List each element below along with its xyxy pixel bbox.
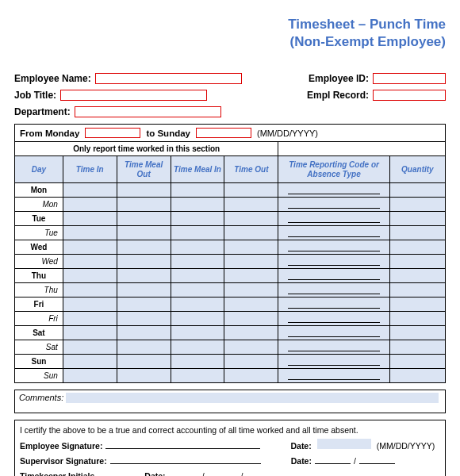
meal-out-cell[interactable] — [117, 198, 171, 212]
time-out-cell[interactable] — [224, 255, 278, 269]
emp-signature-line[interactable] — [105, 440, 260, 449]
qty-cell[interactable] — [389, 283, 445, 298]
time-in-cell[interactable] — [63, 269, 117, 283]
meal-in-cell[interactable] — [171, 326, 224, 340]
meal-in-cell[interactable] — [171, 369, 224, 383]
qty-cell[interactable] — [389, 240, 445, 255]
emp-date-field[interactable] — [317, 439, 371, 449]
meal-in-cell[interactable] — [171, 312, 224, 326]
meal-in-cell[interactable] — [171, 198, 224, 212]
sup-date-line[interactable] — [315, 455, 351, 464]
comments-field[interactable] — [66, 393, 439, 403]
qty-cell[interactable] — [389, 298, 445, 312]
meal-in-cell[interactable] — [171, 283, 224, 298]
meal-in-cell[interactable] — [171, 298, 224, 312]
meal-in-cell[interactable] — [171, 269, 224, 283]
code-cell[interactable] — [278, 326, 389, 340]
qty-cell[interactable] — [389, 255, 445, 269]
meal-in-cell[interactable] — [171, 340, 224, 355]
meal-out-cell[interactable] — [117, 269, 171, 283]
page-title: Timesheet – Punch Time (Non-Exempt Emplo… — [14, 16, 446, 51]
time-out-cell[interactable] — [224, 312, 278, 326]
code-cell[interactable] — [278, 198, 389, 212]
meal-out-cell[interactable] — [117, 340, 171, 355]
qty-cell[interactable] — [389, 326, 445, 340]
time-out-cell[interactable] — [224, 369, 278, 383]
time-in-cell[interactable] — [63, 312, 117, 326]
time-out-cell[interactable] — [224, 240, 278, 255]
time-in-cell[interactable] — [63, 183, 117, 198]
time-in-cell[interactable] — [63, 326, 117, 340]
code-cell[interactable] — [278, 226, 389, 240]
time-in-cell[interactable] — [63, 355, 117, 369]
time-in-cell[interactable] — [63, 255, 117, 269]
label-job-title: Job Title: — [14, 90, 56, 101]
qty-cell[interactable] — [389, 226, 445, 240]
time-out-cell[interactable] — [224, 340, 278, 355]
code-cell[interactable] — [278, 369, 389, 383]
time-out-cell[interactable] — [224, 269, 278, 283]
qty-cell[interactable] — [389, 340, 445, 355]
meal-out-cell[interactable] — [117, 183, 171, 198]
code-cell[interactable] — [278, 312, 389, 326]
meal-out-cell[interactable] — [117, 326, 171, 340]
meal-in-cell[interactable] — [171, 255, 224, 269]
code-cell[interactable] — [278, 269, 389, 283]
job-title-field[interactable] — [60, 90, 207, 101]
empl-record-field[interactable] — [373, 90, 446, 101]
code-cell[interactable] — [278, 355, 389, 369]
time-in-cell[interactable] — [63, 340, 117, 355]
code-cell[interactable] — [278, 240, 389, 255]
time-out-cell[interactable] — [224, 226, 278, 240]
time-out-cell[interactable] — [224, 198, 278, 212]
meal-in-cell[interactable] — [171, 240, 224, 255]
meal-out-cell[interactable] — [117, 355, 171, 369]
time-in-cell[interactable] — [63, 226, 117, 240]
time-in-cell[interactable] — [63, 369, 117, 383]
code-cell[interactable] — [278, 283, 389, 298]
department-field[interactable] — [75, 106, 221, 117]
qty-cell[interactable] — [389, 183, 445, 198]
time-in-cell[interactable] — [63, 198, 117, 212]
qty-cell[interactable] — [389, 369, 445, 383]
meal-in-cell[interactable] — [171, 183, 224, 198]
code-cell[interactable] — [278, 255, 389, 269]
qty-cell[interactable] — [389, 355, 445, 369]
meal-in-cell[interactable] — [171, 226, 224, 240]
tk-initials-line[interactable] — [98, 470, 141, 476]
time-in-cell[interactable] — [63, 283, 117, 298]
emp-name-field[interactable] — [95, 73, 242, 84]
time-out-cell[interactable] — [224, 355, 278, 369]
meal-out-cell[interactable] — [117, 240, 171, 255]
time-out-cell[interactable] — [224, 212, 278, 226]
col-code: Time Reporting Code or Absence Type — [278, 156, 389, 183]
code-cell[interactable] — [278, 183, 389, 198]
meal-out-cell[interactable] — [117, 255, 171, 269]
code-cell[interactable] — [278, 212, 389, 226]
emp-id-field[interactable] — [373, 73, 446, 84]
meal-out-cell[interactable] — [117, 369, 171, 383]
code-cell[interactable] — [278, 298, 389, 312]
meal-in-cell[interactable] — [171, 355, 224, 369]
meal-out-cell[interactable] — [117, 283, 171, 298]
qty-cell[interactable] — [389, 269, 445, 283]
qty-cell[interactable] — [389, 212, 445, 226]
qty-cell[interactable] — [389, 198, 445, 212]
time-in-cell[interactable] — [63, 298, 117, 312]
time-in-cell[interactable] — [63, 240, 117, 255]
time-out-cell[interactable] — [224, 183, 278, 198]
meal-out-cell[interactable] — [117, 212, 171, 226]
time-out-cell[interactable] — [224, 283, 278, 298]
to-date-field[interactable] — [196, 128, 251, 138]
sup-signature-line[interactable] — [110, 455, 261, 464]
meal-out-cell[interactable] — [117, 312, 171, 326]
time-out-cell[interactable] — [224, 298, 278, 312]
from-date-field[interactable] — [85, 128, 140, 138]
time-out-cell[interactable] — [224, 326, 278, 340]
meal-out-cell[interactable] — [117, 226, 171, 240]
code-cell[interactable] — [278, 340, 389, 355]
qty-cell[interactable] — [389, 312, 445, 326]
time-in-cell[interactable] — [63, 212, 117, 226]
meal-out-cell[interactable] — [117, 298, 171, 312]
meal-in-cell[interactable] — [171, 212, 224, 226]
